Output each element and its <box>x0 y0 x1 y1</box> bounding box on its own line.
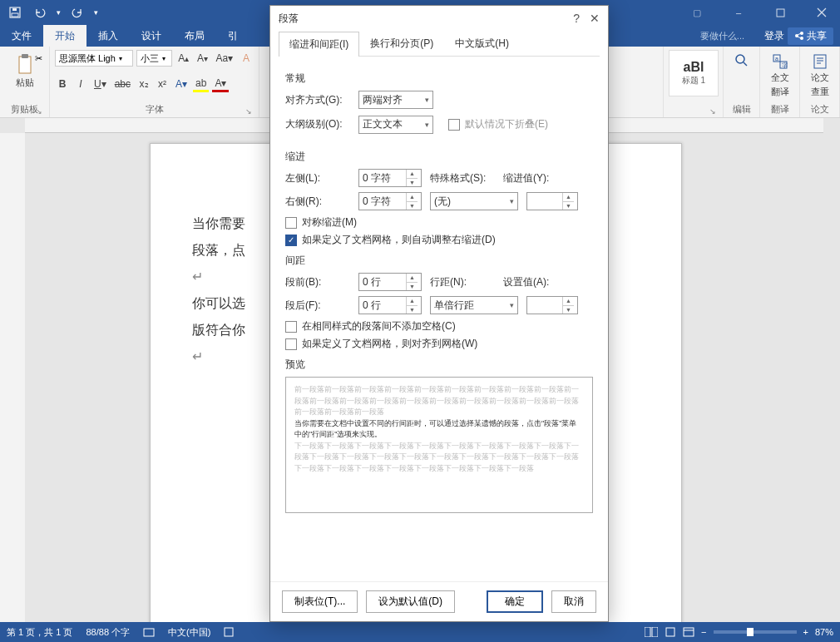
nospace-checkbox[interactable] <box>285 321 297 333</box>
indent-left-input[interactable]: 0 字符▲▼ <box>358 169 422 187</box>
view-web-icon[interactable] <box>683 627 694 637</box>
doc-text[interactable]: 你可以选 <box>192 296 245 310</box>
dialog-titlebar[interactable]: 段落 ? ✕ <box>270 6 608 31</box>
thesis-check-button[interactable]: 论文 查重 <box>805 50 834 101</box>
language[interactable]: 中文(中国) <box>168 626 210 639</box>
svg-rect-14 <box>814 55 826 68</box>
svg-rect-19 <box>666 628 674 636</box>
maximize-icon[interactable] <box>762 0 798 25</box>
before-input[interactable]: 0 行▲▼ <box>358 273 422 291</box>
outline-label: 大纲级别(O): <box>285 117 350 131</box>
after-input[interactable]: 0 行▲▼ <box>358 296 422 314</box>
close-icon[interactable] <box>803 0 840 25</box>
shrink-font-icon[interactable]: A▾ <box>195 50 210 67</box>
share-button[interactable]: 共享 <box>788 27 833 45</box>
section-indent: 缩进 <box>285 150 593 164</box>
spellcheck-icon[interactable] <box>143 626 155 638</box>
font-size-select[interactable]: 小三▾ <box>136 50 172 67</box>
at-input[interactable]: ▲▼ <box>526 296 578 314</box>
strike-icon[interactable]: abc <box>112 76 133 92</box>
zoom-out-icon[interactable]: − <box>701 627 706 637</box>
dialog-tab-cjk[interactable]: 中文版式(H) <box>444 31 520 56</box>
subscript-icon[interactable]: x₂ <box>136 76 151 92</box>
grid-indent-checkbox[interactable]: ✓ <box>285 235 297 246</box>
tab-references[interactable]: 引 <box>216 25 250 47</box>
sign-in[interactable]: 登录 <box>764 29 784 43</box>
find-button[interactable] <box>729 50 754 72</box>
page-count[interactable]: 第 1 页，共 1 页 <box>7 626 72 639</box>
outline-select[interactable]: 正文文本▾ <box>358 116 433 134</box>
set-default-button[interactable]: 设为默认值(D) <box>366 590 455 613</box>
macro-icon[interactable] <box>224 627 234 637</box>
translate-label: 翻译 <box>765 101 794 117</box>
translate-button[interactable]: a字 全文 翻译 <box>765 50 794 101</box>
svg-text:字: 字 <box>782 62 788 68</box>
style-tile[interactable]: aBl 标题 1 <box>669 50 719 96</box>
redo-icon[interactable] <box>69 4 86 21</box>
tab-design[interactable]: 设计 <box>130 25 173 47</box>
mirror-checkbox[interactable] <box>285 217 297 229</box>
dialog-tab-indent[interactable]: 缩进和间距(I) <box>279 32 359 57</box>
tell-me[interactable]: 要做什么... <box>700 30 744 42</box>
qat-more[interactable]: ▾ <box>94 8 98 17</box>
tab-layout[interactable]: 布局 <box>173 25 216 47</box>
minimize-icon[interactable]: – <box>720 0 757 25</box>
zoom-slider[interactable] <box>714 630 797 634</box>
tab-home[interactable]: 开始 <box>43 25 86 47</box>
font-name-select[interactable]: 思源黑体 Ligh▾ <box>55 50 133 67</box>
doc-text[interactable]: 版符合你 <box>192 323 245 337</box>
svg-rect-3 <box>777 9 784 17</box>
collapse-label: 默认情况下折叠(E) <box>465 117 548 131</box>
view-read-icon[interactable] <box>645 627 658 637</box>
doc-text[interactable]: 当你需要 <box>192 216 245 230</box>
before-label: 段前(B): <box>285 275 350 289</box>
ok-button[interactable]: 确定 <box>487 590 543 613</box>
tab-file[interactable]: 文件 <box>0 25 43 47</box>
word-count[interactable]: 88/88 个字 <box>86 626 130 639</box>
snap-checkbox[interactable] <box>285 338 297 350</box>
tabs-button[interactable]: 制表位(T)... <box>282 590 358 613</box>
doc-text[interactable]: 段落，点 <box>192 243 245 257</box>
view-print-icon[interactable] <box>665 627 676 637</box>
dialog-tab-pagebreak[interactable]: 换行和分页(P) <box>359 31 444 56</box>
save-icon[interactable] <box>7 4 23 21</box>
svg-rect-7 <box>19 57 31 73</box>
indent-right-input[interactable]: 0 字符▲▼ <box>358 192 422 210</box>
change-case-icon[interactable]: Aa▾ <box>214 50 235 67</box>
text-effects-icon[interactable]: A▾ <box>173 76 190 92</box>
section-general: 常规 <box>285 72 593 86</box>
font-group-label: 字体↘ <box>55 101 254 117</box>
superscript-icon[interactable]: x² <box>155 76 170 92</box>
tab-insert[interactable]: 插入 <box>86 25 130 47</box>
dialog-help-icon[interactable]: ? <box>573 12 580 25</box>
section-preview: 预览 <box>285 358 593 372</box>
italic-icon[interactable]: I <box>73 76 88 92</box>
font-color-icon[interactable]: A▾ <box>212 76 229 92</box>
special-select[interactable]: (无)▾ <box>430 192 518 210</box>
clipboard-launcher-icon[interactable]: ↘ <box>36 107 42 116</box>
highlight-icon[interactable]: ab <box>193 76 209 92</box>
cut-icon[interactable]: ✂ <box>35 53 42 64</box>
bold-icon[interactable]: B <box>55 76 70 92</box>
alignment-select[interactable]: 两端对齐▾ <box>358 91 433 109</box>
ribbon-display-icon[interactable]: ▢ <box>679 0 715 25</box>
line-label: 行距(N): <box>430 275 495 289</box>
vertical-ruler[interactable] <box>0 133 25 622</box>
styles-launcher-icon[interactable]: ↘ <box>709 107 716 116</box>
undo-dropdown[interactable]: ▾ <box>57 8 61 17</box>
font-launcher-icon[interactable]: ↘ <box>245 107 252 116</box>
grow-font-icon[interactable]: A▴ <box>175 50 191 67</box>
zoom-level[interactable]: 87% <box>815 627 833 637</box>
zoom-in-icon[interactable]: + <box>803 627 808 637</box>
clear-format-icon[interactable]: A <box>239 50 254 67</box>
dialog-close-icon[interactable]: ✕ <box>590 12 600 25</box>
line-spacing-select[interactable]: 单倍行距▾ <box>430 296 518 314</box>
indent-by-input[interactable]: ▲▼ <box>526 192 578 210</box>
svg-rect-16 <box>225 628 233 636</box>
undo-icon[interactable] <box>32 4 48 21</box>
svg-rect-18 <box>652 627 658 637</box>
alignment-label: 对齐方式(G): <box>285 93 350 107</box>
underline-icon[interactable]: U▾ <box>91 76 109 92</box>
cancel-button[interactable]: 取消 <box>551 590 596 613</box>
paragraph-dialog: 段落 ? ✕ 缩进和间距(I) 换行和分页(P) 中文版式(H) 常规 对齐方式… <box>269 5 609 622</box>
